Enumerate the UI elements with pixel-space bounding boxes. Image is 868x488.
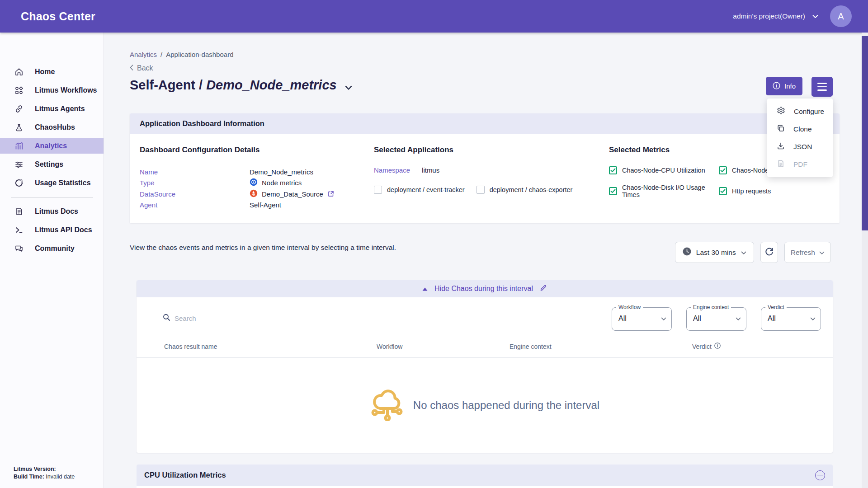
chaos-table-header: Chaos result name Workflow Engine contex… [137,343,833,358]
scrollbar-track[interactable] [862,33,868,488]
breadcrumb-analytics-link[interactable]: Analytics [130,51,157,58]
title-agent: Self-Agent / [130,78,206,92]
sidebar-footer: Litmus Version: Build Time: Invalid date [14,465,75,481]
title-chevron-down-icon[interactable] [345,79,352,94]
chevron-down-icon [812,12,818,20]
external-link-icon[interactable] [327,190,335,197]
verdict-filter-select[interactable]: Verdict All [761,307,821,331]
home-icon [14,67,24,77]
checkbox-deployment-event-tracker[interactable]: deployment / event-tracker [374,186,465,194]
chevron-down-icon [741,249,746,257]
project-dropdown[interactable]: admin's project(Owner) [733,12,818,20]
config-column-title: Dashboard Configuration Details [140,145,374,155]
column-workflow: Workflow [377,343,509,350]
sidebar-item-usage-statistics[interactable]: Usage Statistics [0,175,104,191]
selected-applications-column: Selected Applications Namespace litmus d… [374,145,609,211]
clone-icon [777,124,785,134]
sidebar-item-home[interactable]: Home [0,64,104,80]
chaos-cloud-icon [370,388,404,423]
info-icon [773,82,780,91]
checkbox-unchecked-icon [374,186,382,194]
collapse-minus-icon[interactable] [815,470,825,480]
title-dashboard-name: Demo_Node_metrics [206,78,337,92]
namespace-value: litmus [422,166,439,174]
column-chaos-result-name: Chaos result name [164,343,377,350]
info-circle-icon[interactable] [714,343,721,350]
search-input[interactable] [175,314,228,322]
sidebar-item-analytics[interactable]: Analytics [0,138,104,154]
docs-icon [14,207,24,216]
config-label-type: Type [140,179,250,187]
menu-item-json[interactable]: JSON [767,138,833,155]
gear-icon [777,106,785,117]
checkbox-metric-disk-io-times[interactable]: Chaos-Node-Disk I/O Usage Times [609,184,719,198]
sidebar-item-litmus-workflows[interactable]: Litmus Workflows [0,83,104,98]
dashboard-menu-dropdown: Configure Clone JSON PDF [767,99,833,177]
pencil-icon[interactable] [540,284,547,293]
chaoshubs-icon [14,123,24,132]
scrollbar-thumb[interactable] [862,36,868,230]
info-button[interactable]: Info [766,77,802,95]
page-title: Self-Agent / Demo_Node_metrics [130,77,352,94]
cpu-utilization-section-body [137,486,833,488]
cpu-utilization-section-header: CPU Utilization Metrics [137,465,833,486]
empty-state: No chaos happened during the interval [137,358,833,453]
download-icon [777,142,785,152]
applications-column-title: Selected Applications [374,145,609,155]
sidebar-item-litmus-docs[interactable]: Litmus Docs [0,204,104,219]
checkbox-unchecked-icon [476,186,485,194]
dashboard-menu-button[interactable] [811,77,833,97]
breadcrumb-current: Application-dashboard [166,51,233,58]
api-docs-icon [14,225,24,235]
config-value-type: Node metrics [250,178,374,188]
chevron-down-icon [819,249,825,257]
menu-item-clone[interactable]: Clone [767,120,833,138]
checkbox-checked-icon [719,187,727,195]
menu-item-pdf[interactable]: PDF [767,155,833,173]
sidebar-item-community[interactable]: Community [0,241,104,256]
time-range-dropdown[interactable]: Last 30 mins [675,242,754,263]
checkbox-metric-http-requests[interactable]: Http requests [719,184,830,198]
sidebar-item-litmus-api-docs[interactable]: Litmus API Docs [0,222,104,238]
refresh-icon-button[interactable] [760,242,778,263]
sidebar: Home Litmus Workflows Litmus Agents Chao… [0,33,104,488]
main-area: Analytics / Application-dashboard Back S… [104,33,868,488]
sidebar-item-chaoshubs[interactable]: ChaosHubs [0,120,104,135]
checkbox-checked-icon [609,166,617,174]
avatar[interactable]: A [830,5,852,27]
config-value-agent: Self-Agent [250,201,374,209]
sidebar-item-settings[interactable]: Settings [0,157,104,172]
refresh-icon [764,247,774,258]
breadcrumb: Analytics / Application-dashboard [130,51,840,58]
cpu-section-title: CPU Utilization Metrics [144,471,226,479]
config-value-datasource: Demo_Data_Source [250,189,374,199]
refresh-dropdown[interactable]: Refresh [784,242,831,263]
hide-chaos-toggle[interactable]: Hide Chaos during this interval [137,280,833,297]
column-engine-context: Engine context [509,343,692,350]
file-icon [777,160,785,169]
application-dashboard-information-panel: Application Dashboard Information Dashbo… [130,113,840,223]
app-title: Chaos Center [21,10,95,23]
community-icon [14,244,24,253]
workflow-filter-select[interactable]: Workflow All [612,307,672,331]
empty-message: No chaos happened during the interval [413,399,599,412]
engine-context-filter-select[interactable]: Engine context All [686,307,746,331]
checkbox-metric-cpu-utilization[interactable]: Chaos-Node-CPU Utilization [609,166,719,174]
search-icon [163,314,170,323]
build-time-value: Invalid date [46,474,75,480]
breadcrumb-separator: / [160,51,162,58]
config-label-agent: Agent [140,201,250,209]
back-button[interactable]: Back [130,64,840,72]
chevron-left-icon [130,64,133,72]
interval-description: View the chaos events and metrics in a g… [130,242,419,253]
menu-item-configure[interactable]: Configure [767,103,833,120]
checkbox-deployment-chaos-exporter[interactable]: deployment / chaos-exporter [476,186,573,194]
analytics-icon [14,141,24,151]
search-field [163,314,235,326]
namespace-label: Namespace [374,166,410,174]
checkbox-checked-icon [609,187,617,195]
build-time-label: Build Time: [14,474,44,480]
sidebar-item-litmus-agents[interactable]: Litmus Agents [0,101,104,117]
panel-title: Application Dashboard Information [130,113,840,134]
version-label: Litmus Version: [14,466,56,472]
